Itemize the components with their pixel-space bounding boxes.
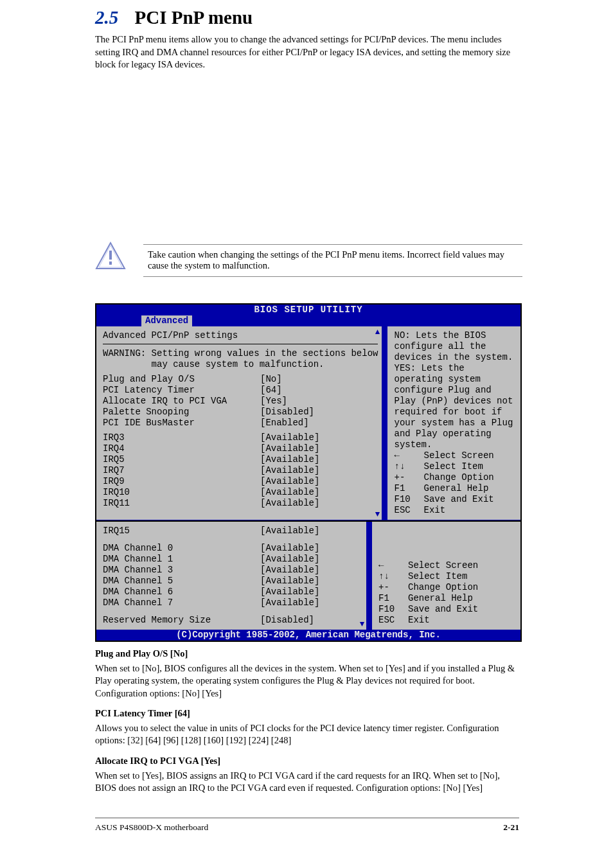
caution-rule-top xyxy=(143,244,522,245)
setting-row[interactable]: PCI IDE BusMaster[Enabled] xyxy=(103,418,378,429)
setting-label: DMA Channel 5 xyxy=(103,576,260,587)
setting-row[interactable]: DMA Channel 6[Available] xyxy=(103,587,362,598)
setting-value: [Available] xyxy=(260,432,319,443)
setting-value: [Available] xyxy=(260,498,319,509)
scroll-up-icon[interactable] xyxy=(375,329,380,335)
bios-title: BIOS SETUP UTILITY xyxy=(96,305,520,315)
setting-label: Plug and Play O/S xyxy=(103,374,260,385)
option-heading: Plug and Play O/S [No] xyxy=(95,648,519,660)
nav-key: ESC xyxy=(394,505,423,516)
setting-row[interactable]: Plug and Play O/S[No] xyxy=(103,374,378,385)
setting-label: Allocate IRQ to PCI VGA xyxy=(103,396,260,407)
nav-label: General Help xyxy=(408,593,473,604)
bios-tab-row: Advanced xyxy=(96,315,520,326)
nav-key: ↑↓ xyxy=(394,461,423,472)
nav-label: Save and Exit xyxy=(408,604,478,615)
divider xyxy=(103,344,378,344)
setting-row[interactable]: Allocate IRQ to PCI VGA[Yes] xyxy=(103,396,378,407)
caution-rule-bottom xyxy=(143,276,522,277)
setting-value: [64] xyxy=(260,385,282,396)
nav-label: Exit xyxy=(423,505,445,516)
bios-right-pane: NO: Lets the BIOS configure all the devi… xyxy=(382,326,520,520)
setting-value: [Disabled] xyxy=(260,615,314,626)
setting-row[interactable]: IRQ15[Available] xyxy=(103,526,362,536)
nav-key: F10 xyxy=(378,604,408,615)
setting-row[interactable]: Palette Snooping[Disabled] xyxy=(103,407,378,418)
setting-row[interactable]: IRQ5[Available] xyxy=(103,454,378,465)
setting-row[interactable]: DMA Channel 7[Available] xyxy=(103,598,362,608)
setting-label: DMA Channel 0 xyxy=(103,543,260,554)
section-number: 2.5 xyxy=(95,7,118,28)
option-body: Allows you to select the value in units … xyxy=(95,722,519,747)
setting-row[interactable]: PCI Latency Timer[64] xyxy=(103,385,378,396)
bios-subheading: Advanced PCI/PnP settings xyxy=(103,330,378,341)
setting-row[interactable]: IRQ11[Available] xyxy=(103,498,378,509)
nav-label: General Help xyxy=(423,483,488,494)
setting-row[interactable]: IRQ4[Available] xyxy=(103,443,378,454)
nav-label: Select Item xyxy=(408,571,467,582)
nav-hint: ←Select Screen xyxy=(378,560,517,571)
setting-label: DMA Channel 6 xyxy=(103,587,260,598)
svg-rect-2 xyxy=(109,251,112,260)
nav-hint: F10Save and Exit xyxy=(394,494,517,505)
bios-nav-help: ←Select Screen↑↓Select Item+-Change Opti… xyxy=(394,450,517,516)
setting-row[interactable]: DMA Channel 3[Available] xyxy=(103,565,362,576)
setting-label: IRQ10 xyxy=(103,487,260,498)
svg-marker-4 xyxy=(375,330,380,334)
scroll-down-icon[interactable] xyxy=(359,621,365,627)
option-heading: PCI Latency Timer [64] xyxy=(95,707,519,720)
setting-value: [No] xyxy=(260,374,282,385)
nav-key: +- xyxy=(394,472,423,483)
setting-value: [Yes] xyxy=(260,396,287,407)
setting-value: [Available] xyxy=(260,576,319,587)
nav-hint: F1General Help xyxy=(394,483,517,494)
setting-row[interactable]: DMA Channel 1[Available] xyxy=(103,554,362,565)
nav-hint: F10Save and Exit xyxy=(378,604,517,615)
setting-value: [Available] xyxy=(260,526,319,536)
nav-hint: ESCExit xyxy=(378,615,517,626)
setting-row[interactable]: IRQ10[Available] xyxy=(103,487,378,498)
nav-label: Select Item xyxy=(423,461,483,472)
nav-key: ← xyxy=(394,450,423,461)
nav-key: +- xyxy=(378,582,408,593)
option-body: When set to [Yes], BIOS assigns an IRQ t… xyxy=(95,770,519,795)
nav-key: F1 xyxy=(394,483,423,494)
setting-row[interactable]: Reserved Memory Size [Disabled] xyxy=(103,615,362,626)
setting-row[interactable]: IRQ9[Available] xyxy=(103,476,378,487)
nav-key: F10 xyxy=(394,494,423,505)
setting-row[interactable]: IRQ7[Available] xyxy=(103,465,378,476)
setting-value: [Available] xyxy=(260,454,319,465)
bios-left-pane-2: IRQ15[Available] DMA Channel 0[Available… xyxy=(96,522,366,630)
bios-tab-advanced[interactable]: Advanced xyxy=(141,315,192,326)
bios-warning-line2: may cause system to malfunction. xyxy=(103,359,378,370)
nav-label: Save and Exit xyxy=(423,494,493,505)
nav-label: Change Option xyxy=(423,472,493,483)
setting-row[interactable]: DMA Channel 5[Available] xyxy=(103,576,362,587)
nav-hint: +-Change Option xyxy=(394,472,517,483)
nav-key: F1 xyxy=(378,593,408,604)
bios-screen-2: IRQ15[Available] DMA Channel 0[Available… xyxy=(95,520,522,642)
setting-label: DMA Channel 3 xyxy=(103,565,260,576)
setting-row[interactable]: DMA Channel 0[Available] xyxy=(103,543,362,554)
footer-rule xyxy=(95,817,519,819)
scroll-down-icon[interactable] xyxy=(375,511,380,517)
setting-label: IRQ9 xyxy=(103,476,260,487)
bios-copyright-2: (C)Copyright 1985-2002, American Megatre… xyxy=(96,630,520,641)
setting-label: Reserved Memory Size xyxy=(103,615,260,626)
nav-key: ↑↓ xyxy=(378,571,408,582)
nav-hint: +-Change Option xyxy=(378,582,517,593)
setting-label: IRQ11 xyxy=(103,498,260,509)
body-text: Plug and Play O/S [No] When set to [No],… xyxy=(95,640,519,797)
bios-warning-line1: WARNING: Setting wrong values in the sec… xyxy=(103,348,378,359)
setting-row[interactable]: IRQ3[Available] xyxy=(103,432,378,443)
nav-hint: ←Select Screen xyxy=(394,450,517,461)
setting-label: DMA Channel 7 xyxy=(103,598,260,608)
nav-hint: ↑↓Select Item xyxy=(394,461,517,472)
svg-rect-3 xyxy=(109,261,112,265)
page-number: 2-21 xyxy=(503,822,519,833)
setting-value: [Available] xyxy=(260,587,319,598)
setting-value: [Available] xyxy=(260,598,319,608)
nav-key: ESC xyxy=(378,615,408,626)
setting-label: PCI IDE BusMaster xyxy=(103,418,260,429)
nav-hint: ESCExit xyxy=(394,505,517,516)
